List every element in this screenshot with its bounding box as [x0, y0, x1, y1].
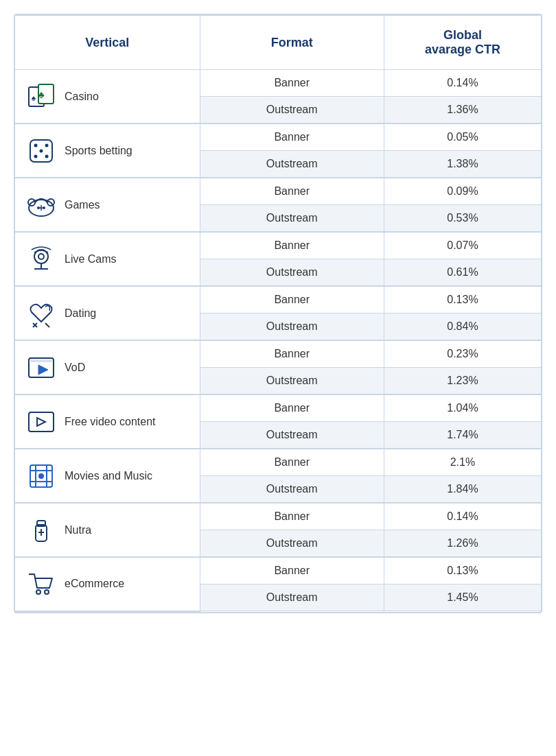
ctr-cell: 0.61%	[384, 259, 541, 287]
ctr-cell: 0.05%	[384, 123, 541, 151]
ecommerce-icon	[25, 567, 58, 600]
ctr-cell: 1.04%	[384, 394, 541, 422]
table-row: GamesBanner0.09%	[15, 178, 541, 205]
games-icon	[25, 189, 58, 222]
ctr-cell: 1.36%	[384, 97, 541, 124]
svg-text:♣: ♣	[38, 90, 44, 100]
format-cell: Banner	[200, 286, 384, 314]
svg-point-18	[38, 254, 44, 259]
vertical-label: Live Cams	[65, 253, 117, 265]
table-row: Free video contentBanner1.04%	[15, 394, 541, 422]
vod-icon	[25, 351, 58, 384]
dating-icon	[25, 297, 58, 330]
table-row: Live CamsBanner0.07%	[15, 232, 541, 259]
format-cell: Outstream	[200, 422, 384, 449]
movies-music-icon	[25, 460, 58, 493]
svg-rect-25	[30, 359, 52, 362]
vertical-cell: Live Cams	[15, 232, 200, 286]
ctr-cell: 0.07%	[384, 232, 541, 259]
header-ctr: Globalavarage CTR	[384, 16, 541, 70]
ctr-table: Vertical Format Globalavarage CTR ♣ ♠ Ca…	[15, 15, 541, 612]
vertical-cell: eCommerce	[15, 557, 200, 611]
vertical-label: VoD	[65, 362, 85, 374]
vertical-label: Sports betting	[65, 145, 132, 157]
casino-icon: ♣ ♠	[25, 80, 58, 113]
ctr-cell: 1.74%	[384, 422, 541, 449]
ctr-cell: 2.1%	[384, 449, 541, 476]
ctr-cell: 0.14%	[384, 70, 541, 97]
svg-point-5	[34, 143, 38, 147]
format-cell: Banner	[200, 232, 384, 259]
table-row: VoDBanner0.23%	[15, 340, 541, 368]
ctr-cell: 1.38%	[384, 151, 541, 178]
vertical-label: Dating	[65, 307, 96, 320]
vertical-cell: Free video content	[15, 394, 200, 449]
header-format: Format	[200, 16, 384, 70]
ctr-cell: 0.23%	[384, 340, 541, 368]
vertical-label: Free video content	[65, 416, 156, 428]
ctr-cell: 1.84%	[384, 476, 541, 504]
vertical-cell: Nutra	[15, 503, 200, 557]
svg-line-23	[45, 323, 49, 327]
svg-point-39	[36, 590, 40, 594]
table-row: NutraBanner0.14%	[15, 503, 541, 530]
vertical-label: Games	[65, 199, 100, 211]
svg-point-34	[38, 473, 44, 479]
svg-point-40	[45, 590, 49, 594]
format-cell: Outstream	[200, 259, 384, 287]
format-cell: Banner	[200, 340, 384, 368]
ctr-cell: 0.53%	[384, 205, 541, 233]
format-cell: Outstream	[200, 476, 384, 504]
svg-point-8	[34, 154, 38, 158]
table-header-row: Vertical Format Globalavarage CTR	[15, 16, 541, 70]
format-cell: Outstream	[200, 530, 384, 558]
ctr-cell: 1.23%	[384, 368, 541, 395]
table-row: DatingBanner0.13%	[15, 286, 541, 314]
vertical-cell: ♣ ♠ Casino	[15, 70, 200, 124]
format-cell: Outstream	[200, 205, 384, 233]
vertical-cell: Games	[15, 178, 200, 232]
live-cams-icon	[25, 243, 58, 276]
svg-point-6	[45, 143, 49, 147]
vertical-cell: Dating	[15, 286, 200, 340]
table-row: Sports bettingBanner0.05%	[15, 123, 541, 151]
svg-text:♠: ♠	[32, 93, 36, 103]
table-row: eCommerceBanner0.13%	[15, 557, 541, 584]
table-row: Movies and MusicBanner2.1%	[15, 449, 541, 476]
format-cell: Outstream	[200, 368, 384, 395]
format-cell: Banner	[200, 449, 384, 476]
format-cell: Banner	[200, 123, 384, 151]
ctr-cell: 1.26%	[384, 530, 541, 558]
svg-point-7	[40, 149, 43, 152]
sports-betting-icon	[25, 134, 58, 167]
vertical-label: Movies and Music	[65, 470, 152, 482]
format-cell: Banner	[200, 557, 384, 584]
main-table-container: Vertical Format Globalavarage CTR ♣ ♠ Ca…	[14, 14, 542, 613]
header-vertical: Vertical	[15, 16, 200, 70]
format-cell: Outstream	[200, 584, 384, 611]
format-cell: Banner	[200, 394, 384, 422]
format-cell: Banner	[200, 70, 384, 97]
format-cell: Outstream	[200, 151, 384, 178]
ctr-cell: 0.09%	[384, 178, 541, 205]
vertical-label: Casino	[65, 91, 99, 103]
table-row: ♣ ♠ CasinoBanner0.14%	[15, 70, 541, 97]
free-video-icon	[25, 405, 58, 438]
vertical-label: Nutra	[65, 524, 91, 536]
svg-rect-27	[29, 412, 54, 432]
format-cell: Outstream	[200, 97, 384, 124]
format-cell: Banner	[200, 178, 384, 205]
ctr-cell: 0.14%	[384, 503, 541, 530]
ctr-cell: 0.13%	[384, 557, 541, 584]
svg-marker-26	[38, 365, 48, 375]
nutra-icon	[25, 514, 58, 547]
ctr-cell: 0.84%	[384, 314, 541, 341]
vertical-cell: Movies and Music	[15, 449, 200, 503]
vertical-cell: VoD	[15, 340, 200, 394]
vertical-label: eCommerce	[65, 578, 124, 590]
vertical-cell: Sports betting	[15, 123, 200, 178]
format-cell: Banner	[200, 503, 384, 530]
svg-marker-28	[37, 418, 45, 426]
ctr-cell: 0.13%	[384, 286, 541, 314]
format-cell: Outstream	[200, 314, 384, 341]
